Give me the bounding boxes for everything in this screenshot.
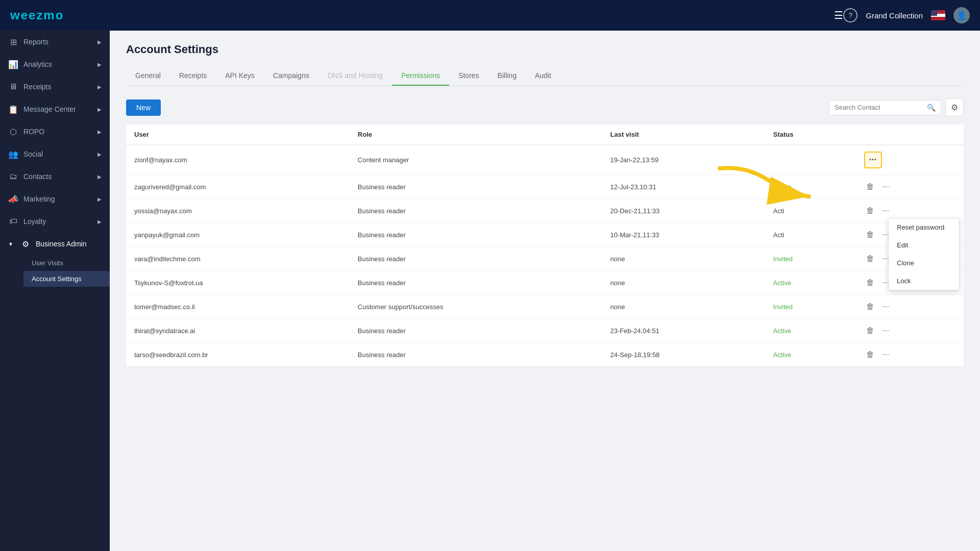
sidebar-item-user-visits[interactable]: User Visits	[23, 255, 110, 271]
delete-button[interactable]: 🗑	[864, 325, 876, 336]
context-lock[interactable]: Lock	[889, 272, 959, 290]
cell-role: Business reader	[350, 199, 602, 223]
sidebar-item-ropo[interactable]: ⬡ ROPO ▶	[0, 120, 110, 143]
help-button[interactable]: ?	[843, 8, 857, 22]
more-options-button[interactable]: ···	[880, 205, 891, 216]
reports-icon: ⊞	[8, 37, 18, 47]
cell-user: thirat@syndatrace.ai	[126, 319, 350, 343]
delete-button[interactable]: 🗑	[864, 253, 876, 264]
action-icons: 🗑 ···	[864, 325, 956, 336]
contacts-icon: 🗂	[8, 171, 18, 182]
sidebar-item-loyalty[interactable]: 🏷 Loyalty ▶	[0, 210, 110, 233]
context-clone[interactable]: Clone	[889, 254, 959, 272]
delete-button[interactable]: 🗑	[864, 301, 876, 312]
tabs-container: General Receipts API Keys Campaigns DNS …	[126, 66, 964, 86]
cell-role: Business reader	[350, 175, 602, 199]
sidebar-item-social[interactable]: 👥 Social ▶	[0, 143, 110, 165]
cell-role: Business reader	[350, 271, 602, 295]
more-options-button[interactable]: ···	[880, 181, 891, 192]
cell-actions: 🗑 ···	[856, 343, 964, 367]
sidebar-item-analytics[interactable]: 📊 Analytics ▶	[0, 53, 110, 76]
chevron-right-icon: ▶	[97, 219, 102, 224]
tab-general[interactable]: General	[126, 66, 170, 86]
more-options-button[interactable]: ···	[864, 152, 882, 168]
tab-receipts[interactable]: Receipts	[170, 66, 216, 86]
cell-last-visit: none	[602, 247, 765, 271]
chevron-right-icon: ▶	[97, 152, 102, 157]
cell-role: Content manager	[350, 145, 602, 175]
tab-permissions[interactable]: Permissions	[392, 66, 449, 86]
chevron-right-icon: ▶	[97, 84, 102, 90]
cell-user: vara@inditechme.com	[126, 247, 350, 271]
avatar[interactable]: 👤	[953, 7, 970, 23]
sidebar-item-receipts[interactable]: 🖥 Receipts ▶	[0, 76, 110, 98]
tab-audit[interactable]: Audit	[526, 66, 560, 86]
col-status: Status	[765, 124, 856, 145]
search-input[interactable]	[835, 104, 924, 111]
sidebar-label-reports: Reports	[23, 38, 48, 46]
cell-actions: 🗑 ···	[856, 175, 964, 199]
context-menu: Reset password Edit Clone Lock	[888, 218, 960, 290]
filter-button[interactable]: ⚙	[945, 98, 964, 116]
tab-stores[interactable]: Stores	[449, 66, 488, 86]
page-title: Account Settings	[126, 43, 964, 56]
menu-icon[interactable]: ☰	[834, 9, 843, 21]
delete-button[interactable]: 🗑	[864, 181, 876, 192]
sidebar-label-marketing: Marketing	[23, 195, 55, 203]
cell-status: Active	[765, 343, 856, 367]
marketing-icon: 📣	[8, 194, 18, 204]
cell-actions: 🗑 ···	[856, 295, 964, 319]
chevron-right-icon: ▶	[97, 107, 102, 112]
sidebar-item-reports[interactable]: ⊞ Reports ▶	[0, 31, 110, 53]
business-admin-icon: ⚙	[20, 239, 31, 249]
cell-status: Invited	[765, 295, 856, 319]
sidebar-label-business-admin: Business Admin	[36, 240, 87, 248]
more-options-button[interactable]: ···	[880, 349, 891, 360]
topbar-right: ? Grand Collection 👤	[843, 7, 970, 23]
sidebar-label-contacts: Contacts	[23, 172, 52, 181]
sidebar-item-account-settings[interactable]: Account Settings	[23, 271, 110, 287]
sidebar-item-message-center[interactable]: 📋 Message Center ▶	[0, 98, 110, 120]
tab-api-keys[interactable]: API Keys	[216, 66, 264, 86]
cell-user: tomer@madsec.co.il	[126, 295, 350, 319]
action-icons: ···	[864, 152, 956, 168]
sidebar-item-contacts[interactable]: 🗂 Contacts ▶	[0, 165, 110, 188]
sidebar-item-marketing[interactable]: 📣 Marketing ▶	[0, 188, 110, 210]
table-container: User Role Last visit Status zionf@nayax.…	[126, 124, 964, 367]
cell-last-visit: 24-Sep-18,19:58	[602, 343, 765, 367]
cell-user: zagurivered@gmail.com	[126, 175, 350, 199]
table-row: yanpayuk@gmail.com Business reader 10-Ma…	[126, 223, 964, 247]
delete-button[interactable]: 🗑	[864, 205, 876, 216]
action-icons: 🗑 ···	[864, 301, 956, 312]
sidebar-label-social: Social	[23, 150, 43, 158]
cell-last-visit: 23-Feb-24,04:51	[602, 319, 765, 343]
tab-billing[interactable]: Billing	[488, 66, 526, 86]
col-last-visit: Last visit	[602, 124, 765, 145]
cell-role: Business reader	[350, 319, 602, 343]
delete-button[interactable]: 🗑	[864, 349, 876, 360]
tab-campaigns[interactable]: Campaigns	[264, 66, 318, 86]
cell-status: Acti	[765, 199, 856, 223]
context-edit[interactable]: Edit	[889, 236, 959, 254]
context-reset-password[interactable]: Reset password	[889, 218, 959, 236]
main-content: Account Settings General Receipts API Ke…	[110, 31, 980, 551]
chevron-right-icon: ▶	[97, 196, 102, 202]
sidebar-label-ropo: ROPO	[23, 128, 44, 136]
sidebar-item-business-admin[interactable]: ▼ ⚙ Business Admin	[0, 233, 110, 255]
cell-last-visit: none	[602, 295, 765, 319]
new-button[interactable]: New	[126, 99, 161, 116]
delete-button[interactable]: 🗑	[864, 229, 876, 240]
more-options-button[interactable]: ···	[880, 325, 891, 336]
search-box[interactable]: 🔍	[829, 100, 941, 115]
delete-button[interactable]: 🗑	[864, 277, 876, 288]
action-icons: 🗑 ···	[864, 181, 956, 192]
sidebar: ⊞ Reports ▶ 📊 Analytics ▶ 🖥 Receipts ▶ 📋…	[0, 31, 110, 551]
ropo-icon: ⬡	[8, 127, 18, 137]
cell-status: Acti	[765, 223, 856, 247]
more-options-button[interactable]: ···	[880, 301, 891, 312]
cell-status: Active	[765, 271, 856, 295]
cell-last-visit: 20-Dec-21,11:33	[602, 199, 765, 223]
col-role: Role	[350, 124, 602, 145]
message-center-icon: 📋	[8, 104, 18, 114]
table-row: vara@inditechme.com Business reader none…	[126, 247, 964, 271]
